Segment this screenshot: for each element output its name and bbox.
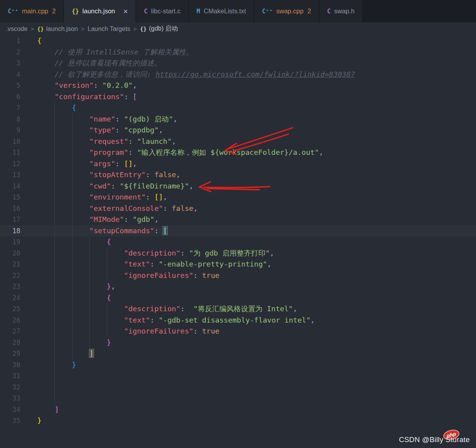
tab-libc-start-c[interactable]: Clibc-start.c: [136, 0, 188, 22]
indent-guide: [89, 281, 90, 292]
code-line[interactable]: 15"environment": [],: [0, 192, 476, 203]
code-line[interactable]: 28}: [0, 337, 476, 348]
code-token: ,: [172, 137, 176, 145]
code-token: "name": [89, 115, 115, 123]
code-line[interactable]: 35}: [0, 415, 476, 426]
tab-label: libc-start.c: [151, 7, 181, 15]
code-token: :: [129, 137, 137, 145]
code-line[interactable]: 12"args": [],: [0, 158, 476, 170]
code-line[interactable]: 2// 使用 IntelliSense 了解相关属性。: [0, 47, 476, 58]
code-line[interactable]: 23},: [0, 281, 476, 292]
indent-guide: [89, 259, 90, 270]
code-line[interactable]: 32: [0, 382, 476, 393]
breadcrumb-item-launch-targets[interactable]: Launch Targets: [87, 25, 130, 33]
indent-guide: [54, 270, 55, 281]
code-line[interactable]: 22"ignoreFailures": true: [0, 270, 476, 281]
line-number: 21: [0, 259, 20, 270]
code-token: :: [154, 227, 163, 235]
code-line[interactable]: 5"version": "0.2.0",: [0, 80, 476, 91]
indent-guide: [54, 315, 55, 326]
indent-guide: [72, 158, 72, 170]
line-number: 35: [0, 415, 20, 426]
line-number: 32: [0, 382, 20, 393]
code-line[interactable]: 19{: [0, 236, 476, 248]
code-line[interactable]: 24{: [0, 292, 476, 304]
code-line[interactable]: 25"description": "将反汇编风格设置为 Intel",: [0, 303, 476, 315]
code-token: "externalConsole": [89, 204, 163, 212]
close-icon[interactable]: ×: [123, 7, 128, 15]
code-line[interactable]: 11"program": "输入程序名称，例如 ${workspaceFolde…: [0, 147, 476, 158]
code-line[interactable]: 34]: [0, 404, 476, 415]
indent-guide: [89, 337, 90, 348]
code-line[interactable]: 29]: [0, 348, 476, 359]
code-line[interactable]: 3// 悬停以查看现有属性的描述。: [0, 58, 476, 69]
code-line[interactable]: 9"type": "cppdbg",: [0, 125, 476, 136]
code-token: "text": [124, 316, 150, 324]
indent-guide: [107, 326, 107, 337]
code-token: "args": [89, 160, 115, 168]
code-token: "cwd": [89, 182, 111, 190]
code-token: ,: [133, 81, 137, 89]
code-line[interactable]: 33: [0, 393, 476, 404]
chevron-right-icon: >: [31, 25, 34, 32]
editor[interactable]: 1{2// 使用 IntelliSense 了解相关属性。3// 悬停以查看现有…: [0, 35, 476, 448]
code-line[interactable]: 18"setupCommands": [: [0, 225, 476, 237]
indent-guide: [72, 348, 72, 359]
line-number: 9: [0, 125, 20, 136]
indent-guide: [54, 192, 55, 203]
line-number: 23: [0, 281, 20, 292]
code-token: :: [111, 182, 119, 190]
code-token: false: [172, 204, 193, 212]
tab-label: main.cpp: [22, 7, 48, 15]
breadcrumb-label: Launch Targets: [87, 25, 130, 33]
code-token: }: [37, 416, 42, 424]
code-line[interactable]: 6"configurations": [: [0, 91, 476, 103]
line-number: 5: [0, 80, 20, 91]
tab-cmakelists-txt[interactable]: MCMakeLists.txt: [189, 0, 254, 22]
tab-swap-cpp[interactable]: C⁺⁺swap.cpp2: [254, 0, 319, 22]
indent-guide: [54, 125, 55, 136]
code-line[interactable]: 21"text": "-enable-pretty-printing",: [0, 259, 476, 270]
code-line[interactable]: 31: [0, 370, 476, 382]
indent-guide: [72, 337, 72, 348]
breadcrumb-item-vscode[interactable]: .vscode: [6, 25, 27, 33]
c-file-icon: C: [144, 8, 147, 15]
cmake-file-icon: M: [197, 8, 200, 15]
code-line[interactable]: 7{: [0, 102, 476, 114]
code-line[interactable]: 27"ignoreFailures": true: [0, 326, 476, 337]
breadcrumb-item-gdb[interactable]: {}(gdb) 启动: [140, 25, 178, 33]
tab-launch-json[interactable]: {}launch.json×: [64, 0, 136, 22]
code-line[interactable]: 26"text": "-gdb-set disassembly-flavor i…: [0, 315, 476, 326]
code-token: "type": [89, 126, 115, 134]
line-number: 7: [0, 102, 20, 114]
code-line[interactable]: 14"cwd": "${fileDirname}",: [0, 181, 476, 192]
code-token: :: [146, 193, 154, 201]
indent-guide: [54, 303, 55, 315]
line-number: 24: [0, 292, 20, 304]
code-line[interactable]: 20"description": "为 gdb 启用整齐打印",: [0, 248, 476, 259]
code-line[interactable]: 16"externalConsole": false,: [0, 203, 476, 214]
indent-guide: [72, 136, 72, 147]
code-line[interactable]: 8"name": "(gdb) 启动",: [0, 114, 476, 125]
indent-guide: [89, 270, 90, 281]
code-token: "request": [89, 137, 129, 145]
line-number: 18: [0, 225, 20, 237]
code-line[interactable]: 1{: [0, 35, 476, 47]
code-line[interactable]: 4// 欲了解更多信息，请访问: https://go.microsoft.co…: [0, 69, 476, 80]
breadcrumb-item-launch-json[interactable]: {}launch.json: [37, 25, 78, 33]
tab-swap-h[interactable]: Cswap.h: [319, 0, 363, 22]
indent-guide: [54, 236, 55, 248]
code-token: }: [72, 361, 76, 369]
code-token: :: [115, 115, 124, 123]
code-line[interactable]: 10"request": "launch",: [0, 136, 476, 147]
code-token: ]: [89, 349, 94, 357]
code-line[interactable]: 13"stopAtEntry": false,: [0, 169, 476, 181]
line-number: 2: [0, 47, 20, 58]
code-line[interactable]: 17"MIMode": "gdb",: [0, 214, 476, 225]
code-token: "program": [89, 148, 129, 156]
code-token: "(gdb) 启动": [124, 115, 173, 123]
indent-guide: [89, 326, 90, 337]
tab-main-cpp[interactable]: C⁺⁺main.cpp2: [0, 0, 64, 22]
code-line[interactable]: 30}: [0, 359, 476, 371]
indent-guide: [89, 236, 90, 248]
